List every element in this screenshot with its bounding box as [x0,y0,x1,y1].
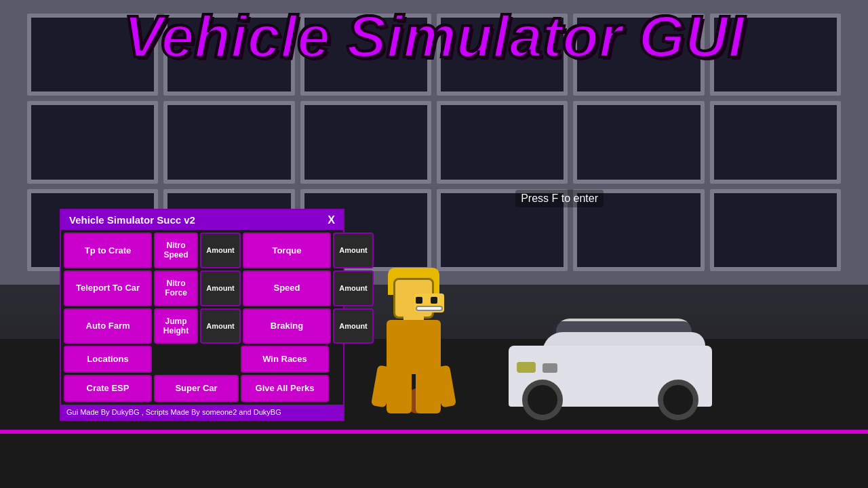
window [27,101,158,183]
car-hint: Press F to enter [515,190,604,207]
speed-button[interactable]: Speed [243,270,331,306]
teleport-to-car-button[interactable]: Teleport To Car [64,270,152,306]
character-eye-right [431,297,437,304]
super-car-button[interactable]: Super Car [154,375,239,402]
character-eyes [416,297,437,304]
gui-header: Vehicle Simulator Succ v2 X [61,210,343,230]
nitro-force-button[interactable]: Nitro Force [154,270,198,306]
nitro-speed-button[interactable]: Nitro Speed [154,232,198,268]
win-races-button[interactable]: Win Races [241,346,329,373]
character-body [387,320,441,374]
character-legs [387,373,441,413]
amount-3-button[interactable]: Amount [200,270,241,306]
car-wheel-left [522,380,563,420]
car-headlight-left [517,362,536,373]
amount-6-button[interactable]: Amount [333,308,374,344]
gui-panel: Vehicle Simulator Succ v2 X Tp to Crate … [60,209,344,421]
gui-title: Vehicle Simulator Succ v2 [69,214,195,226]
road-line [0,430,868,434]
window [437,101,568,183]
window [710,101,841,183]
character-leg-left [387,373,412,413]
car [502,312,719,420]
give-all-perks-button[interactable]: Give All Perks [241,375,329,402]
character [380,278,448,413]
locations-button[interactable]: Locations [64,346,152,373]
car-headlight-right [542,363,557,373]
braking-button[interactable]: Braking [243,308,331,344]
tp-to-crate-button[interactable]: Tp to Crate [64,232,152,268]
character-mouth [416,306,443,311]
auto-farm-button[interactable]: Auto Farm [64,308,152,344]
window [163,101,294,183]
crate-esp-button[interactable]: Crate ESP [64,375,152,402]
character-leg-right [416,373,441,413]
car-wheel-right [658,380,698,420]
close-button[interactable]: X [328,215,335,226]
character-head [393,278,434,319]
amount-1-button[interactable]: Amount [200,232,241,268]
amount-4-button[interactable]: Amount [333,270,374,306]
gui-footer: Gui Made By DukyBG , Scripts Made By som… [61,405,343,420]
window [710,189,841,271]
window [573,101,704,183]
torque-button[interactable]: Torque [243,232,331,268]
empty-cell [154,346,239,373]
page-title: Vehicle Simulator GUI [0,7,868,66]
jump-height-button[interactable]: Jump Height [154,308,198,344]
character-eye-left [416,297,422,304]
amount-5-button[interactable]: Amount [200,308,241,344]
window [300,101,431,183]
amount-2-button[interactable]: Amount [333,232,374,268]
